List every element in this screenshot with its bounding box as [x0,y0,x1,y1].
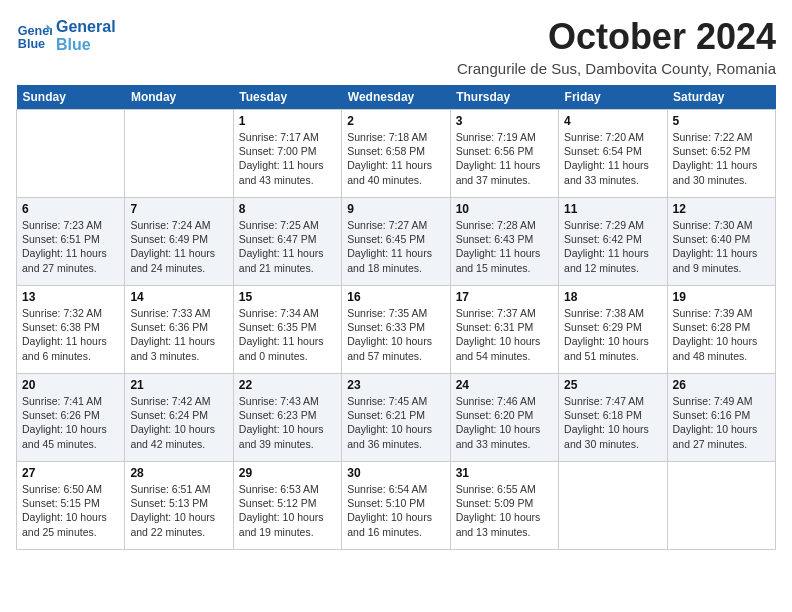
day-number: 3 [456,114,553,128]
weekday-header-tuesday: Tuesday [233,85,341,110]
day-detail: Sunrise: 7:22 AMSunset: 6:52 PMDaylight:… [673,130,770,187]
calendar-cell: 26Sunrise: 7:49 AMSunset: 6:16 PMDayligh… [667,374,775,462]
day-number: 9 [347,202,444,216]
day-detail: Sunrise: 6:50 AMSunset: 5:15 PMDaylight:… [22,482,119,539]
day-number: 7 [130,202,227,216]
day-number: 15 [239,290,336,304]
calendar-cell: 31Sunrise: 6:55 AMSunset: 5:09 PMDayligh… [450,462,558,550]
day-number: 22 [239,378,336,392]
calendar-cell: 8Sunrise: 7:25 AMSunset: 6:47 PMDaylight… [233,198,341,286]
day-detail: Sunrise: 7:25 AMSunset: 6:47 PMDaylight:… [239,218,336,275]
day-detail: Sunrise: 7:37 AMSunset: 6:31 PMDaylight:… [456,306,553,363]
day-detail: Sunrise: 7:34 AMSunset: 6:35 PMDaylight:… [239,306,336,363]
day-detail: Sunrise: 7:24 AMSunset: 6:49 PMDaylight:… [130,218,227,275]
day-detail: Sunrise: 6:55 AMSunset: 5:09 PMDaylight:… [456,482,553,539]
calendar-header: SundayMondayTuesdayWednesdayThursdayFrid… [17,85,776,110]
day-number: 14 [130,290,227,304]
day-detail: Sunrise: 7:17 AMSunset: 7:00 PMDaylight:… [239,130,336,187]
calendar-cell: 30Sunrise: 6:54 AMSunset: 5:10 PMDayligh… [342,462,450,550]
day-number: 21 [130,378,227,392]
svg-text:Blue: Blue [18,36,45,50]
logo: General Blue General Blue [16,16,116,53]
calendar-cell: 13Sunrise: 7:32 AMSunset: 6:38 PMDayligh… [17,286,125,374]
calendar-cell: 19Sunrise: 7:39 AMSunset: 6:28 PMDayligh… [667,286,775,374]
day-detail: Sunrise: 7:38 AMSunset: 6:29 PMDaylight:… [564,306,661,363]
day-number: 16 [347,290,444,304]
day-detail: Sunrise: 7:46 AMSunset: 6:20 PMDaylight:… [456,394,553,451]
calendar-cell: 27Sunrise: 6:50 AMSunset: 5:15 PMDayligh… [17,462,125,550]
day-number: 2 [347,114,444,128]
page-header: General Blue General Blue October 2024 C… [16,16,776,77]
calendar-cell: 14Sunrise: 7:33 AMSunset: 6:36 PMDayligh… [125,286,233,374]
calendar-cell: 17Sunrise: 7:37 AMSunset: 6:31 PMDayligh… [450,286,558,374]
calendar-cell [559,462,667,550]
calendar-cell: 9Sunrise: 7:27 AMSunset: 6:45 PMDaylight… [342,198,450,286]
day-number: 17 [456,290,553,304]
calendar-cell: 23Sunrise: 7:45 AMSunset: 6:21 PMDayligh… [342,374,450,462]
calendar-cell [125,110,233,198]
calendar-cell: 21Sunrise: 7:42 AMSunset: 6:24 PMDayligh… [125,374,233,462]
day-detail: Sunrise: 7:19 AMSunset: 6:56 PMDaylight:… [456,130,553,187]
day-detail: Sunrise: 7:28 AMSunset: 6:43 PMDaylight:… [456,218,553,275]
calendar-cell: 28Sunrise: 6:51 AMSunset: 5:13 PMDayligh… [125,462,233,550]
calendar-cell: 5Sunrise: 7:22 AMSunset: 6:52 PMDaylight… [667,110,775,198]
day-number: 5 [673,114,770,128]
day-number: 11 [564,202,661,216]
calendar-table: SundayMondayTuesdayWednesdayThursdayFrid… [16,85,776,550]
calendar-cell: 3Sunrise: 7:19 AMSunset: 6:56 PMDaylight… [450,110,558,198]
day-number: 8 [239,202,336,216]
day-detail: Sunrise: 7:47 AMSunset: 6:18 PMDaylight:… [564,394,661,451]
day-number: 6 [22,202,119,216]
day-detail: Sunrise: 7:45 AMSunset: 6:21 PMDaylight:… [347,394,444,451]
day-detail: Sunrise: 7:29 AMSunset: 6:42 PMDaylight:… [564,218,661,275]
day-detail: Sunrise: 7:27 AMSunset: 6:45 PMDaylight:… [347,218,444,275]
calendar-cell: 22Sunrise: 7:43 AMSunset: 6:23 PMDayligh… [233,374,341,462]
day-number: 31 [456,466,553,480]
weekday-header-wednesday: Wednesday [342,85,450,110]
calendar-week-4: 20Sunrise: 7:41 AMSunset: 6:26 PMDayligh… [17,374,776,462]
day-number: 10 [456,202,553,216]
calendar-cell: 24Sunrise: 7:46 AMSunset: 6:20 PMDayligh… [450,374,558,462]
calendar-cell: 16Sunrise: 7:35 AMSunset: 6:33 PMDayligh… [342,286,450,374]
calendar-cell: 20Sunrise: 7:41 AMSunset: 6:26 PMDayligh… [17,374,125,462]
day-detail: Sunrise: 7:18 AMSunset: 6:58 PMDaylight:… [347,130,444,187]
day-number: 29 [239,466,336,480]
day-detail: Sunrise: 7:35 AMSunset: 6:33 PMDaylight:… [347,306,444,363]
day-number: 19 [673,290,770,304]
calendar-cell: 15Sunrise: 7:34 AMSunset: 6:35 PMDayligh… [233,286,341,374]
day-number: 13 [22,290,119,304]
day-number: 24 [456,378,553,392]
day-detail: Sunrise: 7:43 AMSunset: 6:23 PMDaylight:… [239,394,336,451]
weekday-header-monday: Monday [125,85,233,110]
calendar-cell: 11Sunrise: 7:29 AMSunset: 6:42 PMDayligh… [559,198,667,286]
weekday-header-sunday: Sunday [17,85,125,110]
weekday-header-friday: Friday [559,85,667,110]
day-detail: Sunrise: 7:39 AMSunset: 6:28 PMDaylight:… [673,306,770,363]
day-number: 27 [22,466,119,480]
day-detail: Sunrise: 7:41 AMSunset: 6:26 PMDaylight:… [22,394,119,451]
calendar-cell: 1Sunrise: 7:17 AMSunset: 7:00 PMDaylight… [233,110,341,198]
day-number: 20 [22,378,119,392]
calendar-week-5: 27Sunrise: 6:50 AMSunset: 5:15 PMDayligh… [17,462,776,550]
day-detail: Sunrise: 7:23 AMSunset: 6:51 PMDaylight:… [22,218,119,275]
day-detail: Sunrise: 7:30 AMSunset: 6:40 PMDaylight:… [673,218,770,275]
calendar-cell: 25Sunrise: 7:47 AMSunset: 6:18 PMDayligh… [559,374,667,462]
calendar-cell: 18Sunrise: 7:38 AMSunset: 6:29 PMDayligh… [559,286,667,374]
calendar-cell: 12Sunrise: 7:30 AMSunset: 6:40 PMDayligh… [667,198,775,286]
calendar-cell: 7Sunrise: 7:24 AMSunset: 6:49 PMDaylight… [125,198,233,286]
title-block: October 2024 Crangurile de Sus, Dambovit… [457,16,776,77]
day-number: 26 [673,378,770,392]
calendar-cell: 6Sunrise: 7:23 AMSunset: 6:51 PMDaylight… [17,198,125,286]
calendar-week-2: 6Sunrise: 7:23 AMSunset: 6:51 PMDaylight… [17,198,776,286]
month-title: October 2024 [457,16,776,58]
day-number: 18 [564,290,661,304]
day-detail: Sunrise: 7:49 AMSunset: 6:16 PMDaylight:… [673,394,770,451]
calendar-cell: 4Sunrise: 7:20 AMSunset: 6:54 PMDaylight… [559,110,667,198]
logo-text-line1: General [56,18,116,36]
calendar-cell: 29Sunrise: 6:53 AMSunset: 5:12 PMDayligh… [233,462,341,550]
day-number: 30 [347,466,444,480]
weekday-header-thursday: Thursday [450,85,558,110]
calendar-cell: 2Sunrise: 7:18 AMSunset: 6:58 PMDaylight… [342,110,450,198]
day-number: 25 [564,378,661,392]
day-number: 28 [130,466,227,480]
